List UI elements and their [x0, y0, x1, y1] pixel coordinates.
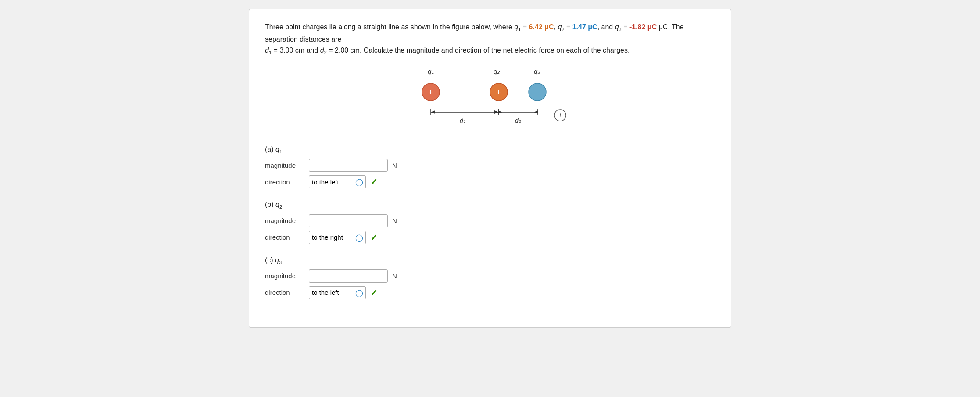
direction-select-wrapper-b: to the left to the right ◯ — [309, 231, 366, 244]
svg-marker-13 — [534, 110, 538, 114]
magnitude-row-b: magnitude N — [265, 214, 715, 227]
direction-label-a: direction — [265, 178, 304, 186]
info-icon: i — [560, 112, 562, 119]
direction-row-a: direction to the left to the right ◯ ✓ — [265, 175, 715, 188]
svg-marker-12 — [498, 110, 502, 114]
section-b: (b) q2 magnitude N direction to the left… — [265, 201, 715, 244]
q2-value: 1.47 μC — [572, 23, 597, 31]
direction-label-b: direction — [265, 234, 304, 241]
q3-value: -1.82 μC — [629, 23, 657, 31]
check-icon-b: ✓ — [370, 232, 378, 243]
direction-select-a[interactable]: to the left to the right — [309, 175, 366, 188]
check-icon-c: ✓ — [370, 287, 378, 298]
magnitude-label-b: magnitude — [265, 217, 304, 224]
direction-select-wrapper-a: to the left to the right ◯ — [309, 175, 366, 188]
d2-diagram-label: d₂ — [515, 117, 521, 124]
magnitude-label-c: magnitude — [265, 272, 304, 280]
problem-statement: Three point charges lie along a straight… — [265, 21, 715, 57]
section-a-title: (a) q1 — [265, 145, 715, 154]
svg-marker-7 — [431, 110, 435, 114]
unit-label-a: N — [392, 162, 397, 169]
svg-text:+: + — [497, 88, 501, 96]
unit-label-c: N — [392, 272, 397, 280]
main-card: Three point charges lie along a straight… — [249, 9, 731, 328]
q1-diagram-label: q₁ — [428, 67, 434, 75]
section-c-title: (c) q3 — [265, 256, 715, 265]
section-c: (c) q3 magnitude N direction to the left… — [265, 256, 715, 299]
direction-select-wrapper-c: to the left to the right ◯ — [309, 286, 366, 299]
check-icon-a: ✓ — [370, 177, 378, 187]
magnitude-row-c: magnitude N — [265, 269, 715, 283]
direction-select-c[interactable]: to the left to the right — [309, 286, 366, 299]
magnitude-input-b[interactable] — [309, 214, 388, 227]
q1-value: 6.42 μC — [529, 23, 554, 31]
direction-label-c: direction — [265, 289, 304, 296]
diagram-container: q₁ q₂ q₃ + + − d₁ — [265, 65, 715, 135]
d1-diagram-label: d₁ — [460, 117, 466, 124]
svg-text:+: + — [429, 88, 433, 96]
magnitude-input-a[interactable] — [309, 159, 388, 172]
q2-diagram-label: q₂ — [494, 67, 500, 75]
magnitude-label-a: magnitude — [265, 162, 304, 169]
svg-text:−: − — [535, 88, 540, 96]
direction-select-b[interactable]: to the left to the right — [309, 231, 366, 244]
q3-diagram-label: q₃ — [534, 67, 540, 75]
unit-label-b: N — [392, 217, 397, 224]
direction-row-b: direction to the left to the right ◯ ✓ — [265, 231, 715, 244]
section-a: (a) q1 magnitude N direction to the left… — [265, 145, 715, 188]
magnitude-row-a: magnitude N — [265, 159, 715, 172]
charge-diagram: q₁ q₂ q₃ + + − d₁ — [398, 65, 582, 135]
section-b-title: (b) q2 — [265, 201, 715, 209]
direction-row-c: direction to the left to the right ◯ ✓ — [265, 286, 715, 299]
magnitude-input-c[interactable] — [309, 269, 388, 283]
